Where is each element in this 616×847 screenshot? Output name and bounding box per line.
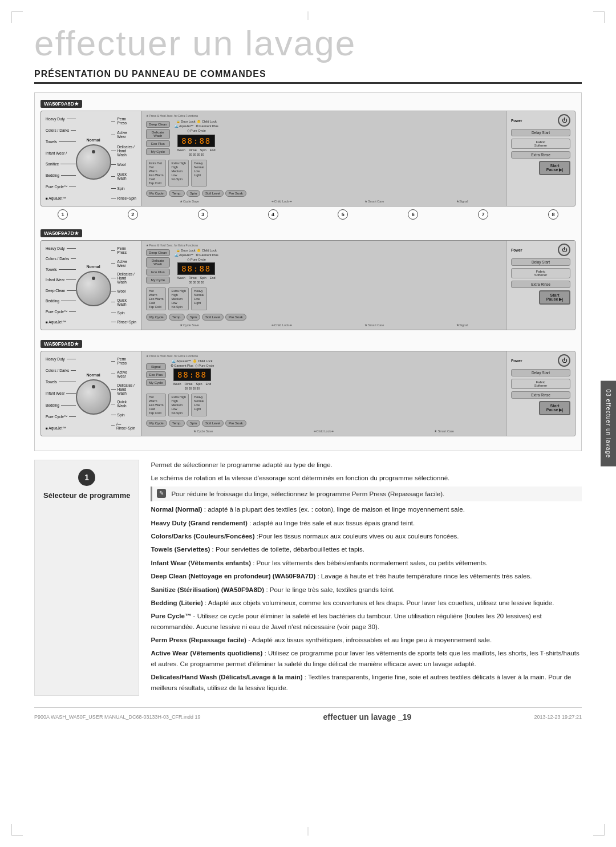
diag-center-col-3: ★ Press & Hold 3sec. for Extra Functions…: [141, 351, 506, 436]
diag-btn-soillevel-1[interactable]: Soil Level: [202, 190, 224, 197]
numbers-row-1: 1 2 3 4 5 6 7 8: [40, 209, 576, 220]
diag-knob-container-1: Normal: [76, 115, 111, 202]
diag-btn-presoak-1[interactable]: Pre Soak: [225, 190, 246, 197]
diag-right-delicates-1: Delicates /Hand Wash: [111, 145, 136, 157]
diag-fabric-softener-1[interactable]: FabricSoftener: [511, 139, 570, 149]
diag-top-row-1: ★ Press & Hold 3sec. for Extra Functions: [146, 114, 501, 118]
num-circle-7: 7: [478, 209, 488, 220]
model-label-2: WA50F9A7D★: [40, 229, 82, 237]
corner-mark-bl: [11, 824, 23, 836]
diag-extra-rinse-3[interactable]: Extra Rinse: [511, 391, 570, 399]
num-circle-4: 4: [268, 209, 278, 220]
diag-knob-1[interactable]: [76, 144, 111, 180]
diag-btn-signal-3[interactable]: Signal: [146, 363, 166, 370]
diag-delay-start-2[interactable]: Delay Start: [511, 258, 570, 266]
diag-btn-ecoplus-3[interactable]: Eco Plus: [146, 371, 166, 378]
diag-btn-deepclean-1[interactable]: Deep Clean: [146, 121, 170, 128]
diag-btn-presoak-2[interactable]: Pre Soak: [225, 314, 246, 321]
diag-label-bedding-1: Bedding: [46, 173, 76, 177]
sidebar-num-circle: 1: [78, 469, 95, 486]
diag-knob-2[interactable]: [76, 271, 111, 306]
diag-label-towels-1: Towels: [46, 140, 76, 144]
diag-right-rinse-1: Rinse+Spin: [111, 196, 136, 200]
diagram-block-1: WA50F9A8D★ Heavy Duty Colors / Darks: [40, 99, 576, 220]
diag-btn-mycycle-1[interactable]: My Cycle: [146, 148, 170, 155]
diagram-wrapper-1: Heavy Duty Colors / Darks Towels In: [40, 111, 576, 206]
diag-left-col-2: Heavy Duty Colors / Darks Towels Infant …: [41, 241, 141, 330]
diag-right-quick-1: Quick Wash: [111, 172, 136, 180]
main-text: Permet de sélectionner le programme adap…: [151, 460, 582, 696]
diag-start-pause-3[interactable]: StartPause ▶|: [539, 401, 570, 415]
desc-infant: Infant Wear (Vêtements enfants) : Pour l…: [151, 558, 582, 568]
diag-delay-start-3[interactable]: Delay Start: [511, 369, 570, 376]
diag-knob-3[interactable]: [76, 379, 111, 415]
diag-left-col-1: Heavy Duty Colors / Darks Towels In: [41, 111, 141, 206]
diag-btn-mycycle3-2[interactable]: My Cycle: [146, 314, 167, 321]
diag-btn-delicate-2[interactable]: DelicateWash: [146, 257, 170, 268]
diag-note-row-2: ★ Cycle Save ↞Child Lock↠ ★ Smart Care ★…: [146, 323, 501, 327]
diag-right-col-2: Power ⏻ Delay Start FabricSoftener Extra…: [506, 241, 575, 330]
diag-right-labels-3: Perm Press Active Wear Delicates /Hand W…: [111, 355, 136, 432]
diag-btn-mycycle-2[interactable]: My Cycle: [146, 277, 170, 283]
diag-btn-deepclean-2[interactable]: Deep Clean: [146, 249, 170, 256]
diag-btn-mycycle2-1[interactable]: My Cycle: [146, 190, 167, 197]
diag-label-infant-1: Infant Wear /: [46, 151, 76, 155]
diag-extra-rinse-2[interactable]: Extra Rinse: [511, 281, 570, 288]
diag-knob-dot-1: [92, 150, 95, 153]
diag-power-row-1: Power ⏻: [511, 114, 570, 127]
diag-power-btn-2[interactable]: ⏻: [558, 244, 570, 256]
model-label-1: WA50F9A8D★: [40, 100, 82, 108]
diagram-wrapper-3: Heavy Duty Colors / Darks Towels Infant …: [40, 351, 576, 436]
num-circle-6: 6: [408, 209, 418, 220]
diag-knob-container-2: Normal: [76, 244, 111, 326]
num-circle-3: 3: [198, 209, 208, 220]
diag-btn-spin-2[interactable]: Spin: [187, 314, 200, 321]
content-area: 1 Sélecteur de programme Permet de sélec…: [34, 460, 582, 696]
diag-btn-temp-2[interactable]: Temp.: [169, 314, 185, 321]
sidebar-label: Sélecteur de programme: [43, 491, 130, 501]
diag-label-sanitize-1: Sanitize: [46, 162, 76, 166]
content-intro-2: Le schéma de rotation et la vitesse d'es…: [151, 473, 582, 483]
diag-fabric-softener-3[interactable]: FabricSoftener: [511, 379, 570, 389]
diag-extra-rinse-1[interactable]: Extra Rinse: [511, 151, 570, 159]
footer-file: P900A WASH_WA50F_USER MANUAL_DC68-03133H…: [34, 714, 200, 720]
diagrams-area: WA50F9A8D★ Heavy Duty Colors / Darks: [34, 92, 582, 451]
diag-btn-ecoplus-2[interactable]: Eco Plus: [146, 269, 170, 275]
content-intro-1: Permet de sélectionner le programme adap…: [151, 460, 582, 470]
diag-right-perm-1: Perm Press: [111, 117, 136, 125]
diag-delay-start-1[interactable]: Delay Start: [511, 129, 570, 136]
diag-btn-temp-1[interactable]: Temp.: [169, 190, 185, 197]
num-circle-5: 5: [338, 209, 348, 220]
diag-btn-ecoplus-1[interactable]: Eco Plus: [146, 140, 170, 147]
diag-knob-container-3: Normal: [76, 355, 111, 432]
diag-btn-presoak-3[interactable]: Pre Soak: [225, 420, 246, 427]
diag-power-btn-1[interactable]: ⏻: [558, 114, 570, 127]
page-footer: P900A WASH_WA50F_USER MANUAL_DC68-03133H…: [34, 707, 582, 722]
diag-display-2: 88:88: [177, 262, 215, 275]
diag-knob-dot-2: [92, 277, 95, 280]
diag-btn-delicate-1[interactable]: DelicateWash: [146, 129, 170, 139]
diag-start-pause-2[interactable]: StartPause ▶|: [539, 290, 570, 305]
diag-center-col-1: ★ Press & Hold 3sec. for Extra Functions…: [141, 111, 506, 206]
diag-right-spin-1: Spin: [111, 187, 136, 191]
diag-btn-spin-3[interactable]: Spin: [187, 420, 200, 427]
diagram-block-2: WA50F9A7D★ Heavy Duty Colors / Darks Tow…: [40, 228, 576, 330]
diag-btn-spin-1[interactable]: Spin: [187, 190, 200, 197]
diag-btn-mycycle4-3[interactable]: My Cycle: [146, 420, 167, 427]
diag-label-colors-1: Colors / Darks: [46, 128, 76, 132]
diag-btn-mycycle-3[interactable]: My Cycle: [146, 379, 166, 386]
note-icon: ✎: [157, 489, 166, 498]
diag-fabric-softener-2[interactable]: FabricSoftener: [511, 268, 570, 278]
diag-display-1: 88:88: [177, 135, 215, 147]
diag-note-row-3: ★ Cycle Save ↞Child Lock↠ ★ Smart Care: [146, 429, 501, 433]
num-circle-1: 1: [58, 209, 68, 220]
diag-btn-temp-3[interactable]: Temp.: [169, 420, 185, 427]
diag-btn-soillevel-2[interactable]: Soil Level: [202, 314, 224, 321]
diag-btn-soillevel-3[interactable]: Soil Level: [202, 420, 224, 427]
diag-knob-labels-3: Heavy Duty Colors / Darks Towels Infant …: [46, 355, 76, 432]
diag-power-btn-3[interactable]: ⏻: [558, 354, 570, 367]
diag-start-pause-1[interactable]: StartPause ▶|: [539, 161, 570, 175]
desc-perm: Perm Press (Repassage facile) - Adapté a…: [151, 635, 582, 645]
diagram-wrapper-2: Heavy Duty Colors / Darks Towels Infant …: [40, 240, 576, 330]
diag-left-col-3: Heavy Duty Colors / Darks Towels Infant …: [41, 351, 141, 436]
